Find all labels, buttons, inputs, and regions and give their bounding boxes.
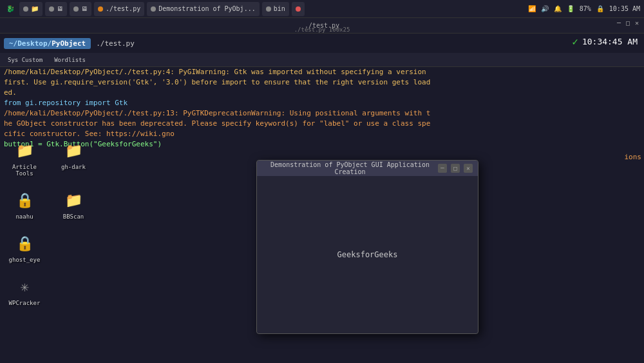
- clock-area: ✓ 10:34:45 AM: [572, 35, 638, 48]
- popup-titlebar: Demonstration of PyObject GUI Applicatio…: [257, 161, 478, 176]
- battery-icon: 🔋: [567, 5, 574, 12]
- terminal-titlebar-area: ./test.py ./test.py 100x25 ─ □ ✕: [0, 18, 644, 34]
- output-line-7: cific constructor. See: https://wiki.gno: [4, 129, 640, 139]
- desktop-icons-area: 📁 Article Tools 📁 gh-dark 🔒 naahu 📁 BBSc…: [0, 133, 98, 323]
- popup-geeksforgeeks-button[interactable]: GeeksforGeeks: [337, 250, 398, 259]
- folder-teal-icon: 📁: [62, 188, 85, 211]
- icon-article-tools-label: Article Tools: [5, 164, 44, 177]
- output-line-1: /home/kali/Desktop/PyObject/./test.py:4:…: [4, 67, 640, 77]
- close-icon[interactable]: ✕: [635, 19, 639, 26]
- taskbar-app-term1[interactable]: 🖥: [45, 2, 67, 16]
- popup-maximize-btn[interactable]: □: [451, 164, 460, 173]
- terminal-area: ~/Desktop/PyObject ./test.py ✓ 10:34:45 …: [0, 34, 644, 363]
- terminal-subtitle: ./test.py 100x25: [294, 26, 350, 33]
- popup-title: Demonstration of PyObject GUI Applicatio…: [262, 161, 438, 175]
- output-line-3: ed.: [4, 88, 640, 98]
- output-line-2: first. Use gi.require_version('Gtk', '3.…: [4, 77, 640, 88]
- prompt-bold: PyObject: [52, 39, 86, 48]
- taskbar-right: 📶 🔊 🔔 🔋 87% 🔒 10:35 AM: [528, 5, 640, 12]
- tab-wordlists[interactable]: Wordlists: [49, 55, 91, 64]
- popup-close-btn[interactable]: ✕: [464, 164, 473, 173]
- taskbar-left: 🐉 📁 🖥 🖥 ./test.py Demonstration of PyObj…: [4, 2, 526, 16]
- folder-blue-icon: 📁: [13, 139, 36, 162]
- taskbar: 🐉 📁 🖥 🖥 ./test.py Demonstration of PyObj…: [0, 0, 644, 18]
- output-line-5: /home/kali/Desktop/PyObject/./test.py:13…: [4, 108, 640, 119]
- lock-icon: 🔒: [596, 5, 604, 12]
- window-controls: ─ □ ✕: [617, 19, 639, 26]
- terminal-clock: 10:34:45 AM: [582, 37, 638, 46]
- icon-gh-dark-label: gh-dark: [61, 164, 86, 170]
- icon-row-4: ✳ WPCracker: [5, 275, 93, 306]
- taskbar-time: 10:35 AM: [609, 5, 640, 12]
- tab-sys-custom[interactable]: Sys Custom: [3, 55, 48, 64]
- icon-wpcracker-label: WPCracker: [9, 300, 41, 306]
- lock-icon-ghost: 🔒: [13, 231, 36, 255]
- taskbar-app-testpy-label: ./test.py: [106, 5, 140, 12]
- maximize-icon[interactable]: □: [626, 19, 630, 26]
- icon-row-2: 🔒 naahu 📁 BBScan: [5, 188, 93, 220]
- icon-naahu[interactable]: 🔒 naahu: [5, 188, 44, 220]
- partial-text-ions: ions: [625, 153, 642, 161]
- popup-window: Demonstration of PyObject GUI Applicatio…: [256, 160, 478, 334]
- asterisk-icon-wpcracker: ✳: [13, 275, 36, 298]
- inner-tabs-bar: Sys Custom Wordlists: [0, 53, 644, 67]
- taskbar-app-bin[interactable]: bin: [262, 2, 289, 16]
- prompt-badge: ~/Desktop/PyObject: [4, 38, 91, 49]
- check-icon: ✓: [572, 35, 578, 48]
- taskbar-app-testpy[interactable]: ./test.py: [94, 2, 144, 16]
- battery-level: 87%: [580, 5, 591, 12]
- taskbar-app-red[interactable]: [292, 2, 305, 16]
- icon-ghost-eye[interactable]: 🔒 ghost_eye: [5, 231, 44, 263]
- icon-naahu-label: naahu: [15, 213, 33, 220]
- speaker-icon: 🔊: [541, 5, 549, 12]
- icon-wpcracker[interactable]: ✳ WPCracker: [5, 275, 44, 306]
- icon-article-tools[interactable]: 📁 Article Tools: [5, 139, 44, 177]
- prompt-file: ./test.py: [96, 39, 135, 48]
- popup-minimize-btn[interactable]: ─: [438, 164, 447, 173]
- taskbar-app-bin-label: bin: [274, 5, 285, 12]
- icon-bbscan-label: BBScan: [63, 213, 84, 220]
- prompt-bar: ~/Desktop/PyObject ./test.py ✓ 10:34:45 …: [0, 34, 644, 53]
- prompt-path: ~/Desktop/: [9, 39, 52, 48]
- taskbar-app-demo[interactable]: Demonstration of PyObj...: [147, 2, 260, 16]
- taskbar-app-files[interactable]: 📁: [19, 2, 43, 16]
- icon-gh-dark[interactable]: 📁 gh-dark: [54, 139, 93, 177]
- minimize-icon[interactable]: ─: [617, 19, 621, 26]
- icon-row-3: 🔒 ghost_eye: [5, 231, 93, 263]
- bell-icon: 🔔: [554, 5, 562, 12]
- popup-controls: ─ □ ✕: [438, 164, 473, 173]
- output-line-4: from gi.repository import Gtk: [4, 98, 640, 108]
- output-line-8: button1 = Gtk.Button("GeeksforGeeks"): [4, 139, 640, 150]
- network-icon: 📶: [528, 5, 536, 12]
- lock-icon-naahu: 🔒: [13, 188, 36, 211]
- icon-bbscan[interactable]: 📁 BBScan: [54, 188, 93, 220]
- output-line-6: he GObject constructor has been deprecat…: [4, 119, 640, 129]
- kali-icon[interactable]: 🐉: [4, 3, 17, 15]
- taskbar-app-term2[interactable]: 🖥: [70, 2, 91, 16]
- taskbar-app-demo-label: Demonstration of PyObj...: [158, 5, 256, 12]
- icon-row-1: 📁 Article Tools 📁 gh-dark: [5, 139, 93, 177]
- folder-orange-icon: 📁: [62, 139, 85, 162]
- icon-ghost-eye-label: ghost_eye: [9, 257, 41, 263]
- popup-content: GeeksforGeeks: [257, 176, 478, 333]
